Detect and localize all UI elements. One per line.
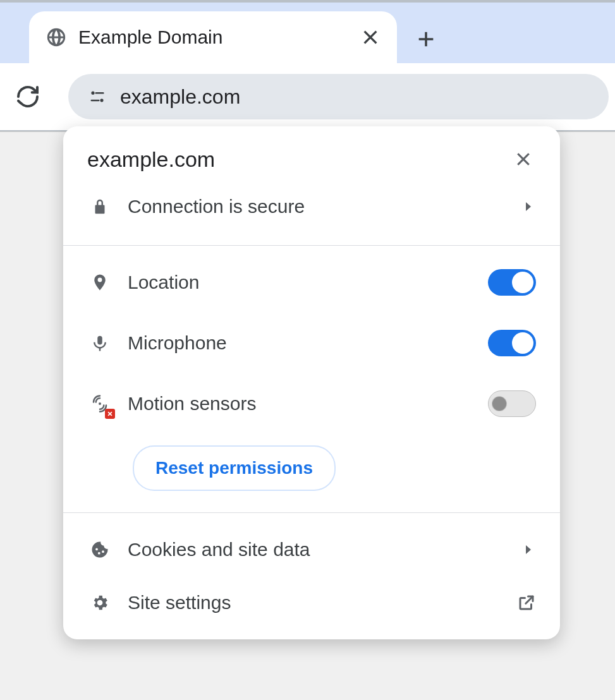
tab-title: Example Domain (78, 27, 354, 48)
location-icon (87, 270, 113, 295)
lock-icon (87, 194, 113, 219)
motion-sensors-toggle[interactable] (488, 390, 536, 417)
reload-button[interactable] (13, 81, 43, 112)
microphone-icon (87, 330, 113, 356)
browser-tab[interactable]: Example Domain (29, 11, 397, 63)
permission-microphone: Microphone (87, 318, 536, 368)
cookie-icon (87, 537, 113, 562)
address-bar-text: example.com (120, 85, 240, 109)
svg-rect-3 (91, 100, 100, 102)
motion-sensors-icon (87, 391, 113, 416)
connection-secure-label: Connection is secure (128, 196, 521, 217)
permissions-list: Location Microphone Motion sensors (63, 246, 560, 429)
permission-label: Location (128, 272, 488, 293)
tune-icon[interactable] (87, 87, 107, 107)
permission-location: Location (87, 257, 536, 308)
permission-label: Microphone (128, 332, 488, 354)
svg-point-4 (99, 402, 101, 405)
svg-point-0 (91, 92, 94, 95)
svg-point-2 (100, 99, 103, 102)
chevron-right-icon (521, 199, 536, 214)
gear-icon (87, 590, 113, 615)
svg-rect-1 (95, 92, 104, 94)
microphone-toggle[interactable] (488, 330, 536, 356)
globe-icon (46, 27, 67, 48)
site-settings-label: Site settings (128, 592, 517, 613)
permission-label: Motion sensors (128, 393, 488, 414)
site-settings-row[interactable]: Site settings (87, 576, 536, 629)
permission-motion-sensors: Motion sensors (87, 378, 536, 429)
reset-permissions-button[interactable]: Reset permissions (133, 445, 336, 491)
toolbar: example.com (0, 63, 615, 131)
external-link-icon (517, 593, 536, 612)
blocked-badge-icon (105, 409, 115, 419)
site-info-popup: example.com Connection is secure Locatio… (63, 126, 560, 639)
cookies-label: Cookies and site data (128, 539, 521, 560)
tab-strip: Example Domain (0, 0, 615, 63)
address-bar[interactable]: example.com (68, 74, 609, 119)
connection-secure-row[interactable]: Connection is secure (87, 184, 536, 229)
cookies-row[interactable]: Cookies and site data (87, 523, 536, 576)
site-info-title: example.com (87, 147, 511, 172)
close-popup-button[interactable] (511, 147, 536, 172)
chevron-right-icon (521, 542, 536, 557)
new-tab-button[interactable] (408, 21, 444, 57)
location-toggle[interactable] (488, 269, 536, 296)
close-tab-button[interactable] (360, 27, 381, 47)
